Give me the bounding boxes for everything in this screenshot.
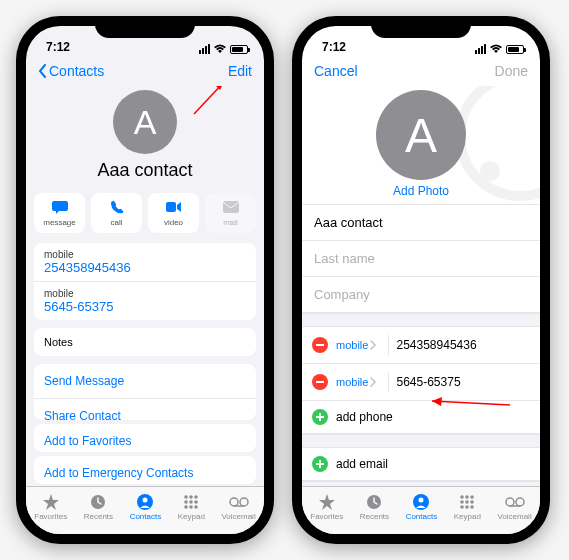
cancel-label: Cancel [314, 63, 358, 79]
avatar-letter: A [405, 108, 437, 163]
back-label: Contacts [49, 63, 104, 79]
tab-keypad[interactable]: Keypad [454, 493, 481, 521]
tab-label: Recents [84, 512, 113, 521]
tab-recents[interactable]: Recents [360, 493, 389, 521]
phone-entry[interactable]: mobile 5645-65375 [34, 282, 256, 320]
avatar-circle[interactable]: A [113, 90, 177, 154]
avatar-circle[interactable]: A [376, 90, 466, 180]
avatar-letter: A [134, 103, 157, 142]
phone-type-button[interactable]: mobile [336, 376, 380, 388]
clock-icon [88, 493, 108, 511]
action-row: message call video mail [26, 187, 264, 239]
phone-list: mobile 254358945436 mobile 5645-65375 [34, 243, 256, 320]
plus-icon [312, 456, 328, 472]
battery-icon [506, 45, 524, 54]
keypad-icon [181, 493, 201, 511]
svg-point-35 [506, 498, 514, 506]
add-phone-row[interactable]: add phone [302, 401, 540, 434]
content-area: A Aaa contact message call video [26, 86, 264, 486]
message-button[interactable]: message [34, 193, 85, 233]
tab-label: Keypad [454, 512, 481, 521]
mail-label: mail [223, 218, 238, 227]
phone-label: mobile [44, 249, 246, 260]
svg-point-26 [461, 495, 465, 499]
phone-edit-row: mobile 5645-65375 [302, 364, 540, 401]
status-time: 7:12 [46, 40, 70, 54]
done-button[interactable]: Done [495, 63, 528, 79]
add-emergency-link[interactable]: Add to Emergency Contacts [34, 456, 256, 484]
message-label: message [43, 218, 75, 227]
notes-block[interactable]: Notes [34, 328, 256, 356]
svg-point-29 [461, 500, 465, 504]
voicemail-icon [229, 493, 249, 511]
notch [371, 16, 471, 38]
video-button[interactable]: video [148, 193, 199, 233]
tab-voicemail[interactable]: Voicemail [221, 493, 255, 521]
phone-frame-edit: 7:12 Cancel Done A Add Photo Aaa contact… [292, 16, 550, 544]
tab-contacts[interactable]: Contacts [406, 493, 438, 521]
tab-keypad[interactable]: Keypad [178, 493, 205, 521]
message-icon [52, 199, 68, 215]
tab-favorites[interactable]: Favorites [310, 493, 343, 521]
share-contact-link[interactable]: Share Contact [34, 399, 256, 420]
actions-block: Send Message Share Contact [34, 364, 256, 420]
svg-point-20 [480, 161, 500, 181]
status-indicators [199, 44, 248, 54]
keypad-icon [457, 493, 477, 511]
call-label: call [110, 218, 122, 227]
svg-point-10 [185, 500, 189, 504]
star-icon [317, 493, 337, 511]
add-favorites-link[interactable]: Add to Favorites [34, 424, 256, 452]
remove-phone-button[interactable] [312, 337, 328, 353]
tab-label: Voicemail [497, 512, 531, 521]
chevron-right-icon [370, 340, 376, 350]
nav-bar: Cancel Done [302, 56, 540, 86]
phone-entry[interactable]: mobile 254358945436 [34, 243, 256, 282]
svg-point-15 [195, 505, 199, 509]
clock-icon [364, 493, 384, 511]
svg-point-6 [143, 497, 148, 502]
add-photo-button[interactable]: Add Photo [393, 184, 449, 198]
last-name-field[interactable]: Last name [302, 241, 540, 277]
svg-point-25 [419, 497, 424, 502]
phone-edit-list: mobile 254358945436 mobile 5645-65375 [302, 327, 540, 434]
edit-button[interactable]: Edit [228, 63, 252, 79]
svg-point-16 [230, 498, 238, 506]
svg-rect-2 [166, 202, 176, 212]
tab-favorites[interactable]: Favorites [34, 493, 67, 521]
video-icon [166, 199, 182, 215]
signal-icon [475, 44, 486, 54]
cancel-button[interactable]: Cancel [314, 63, 358, 79]
svg-point-13 [185, 505, 189, 509]
add-phone-label: add phone [336, 410, 393, 424]
call-button[interactable]: call [91, 193, 142, 233]
svg-point-9 [195, 495, 199, 499]
company-field[interactable]: Company [302, 277, 540, 313]
back-button[interactable]: Contacts [38, 63, 104, 79]
tab-recents[interactable]: Recents [84, 493, 113, 521]
phone-value: 254358945436 [44, 260, 246, 275]
phone-number-field[interactable]: 5645-65375 [397, 375, 461, 389]
svg-point-19 [460, 86, 540, 196]
emergency-block: Add to Emergency Contacts [34, 456, 256, 484]
notch [95, 16, 195, 38]
phone-number-field[interactable]: 254358945436 [397, 338, 477, 352]
remove-phone-button[interactable] [312, 374, 328, 390]
tab-label: Favorites [310, 512, 343, 521]
phone-type-button[interactable]: mobile [336, 339, 380, 351]
notes-label: Notes [34, 328, 256, 356]
tab-label: Recents [360, 512, 389, 521]
svg-point-32 [461, 505, 465, 509]
tab-contacts[interactable]: Contacts [130, 493, 162, 521]
nav-bar: Contacts Edit [26, 56, 264, 86]
status-indicators [475, 44, 524, 54]
status-time: 7:12 [322, 40, 346, 54]
svg-point-11 [190, 500, 194, 504]
send-message-link[interactable]: Send Message [34, 364, 256, 399]
screen-contact-edit: 7:12 Cancel Done A Add Photo Aaa contact… [302, 26, 540, 534]
phone-edit-row: mobile 254358945436 [302, 327, 540, 364]
star-icon [41, 493, 61, 511]
tab-voicemail[interactable]: Voicemail [497, 493, 531, 521]
add-email-row[interactable]: add email [302, 448, 540, 481]
tab-label: Contacts [406, 512, 438, 521]
